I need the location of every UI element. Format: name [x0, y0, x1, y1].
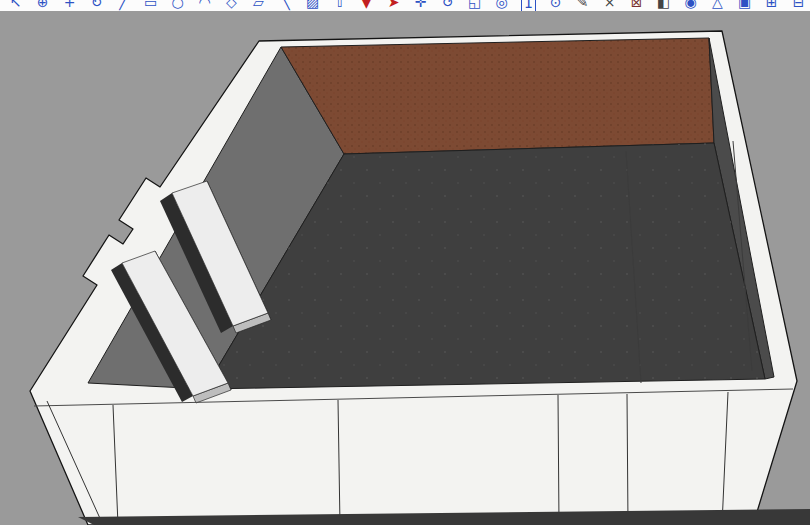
tool-glyph: ◉: [682, 0, 698, 11]
tool-glyph: ⊕: [35, 0, 51, 11]
tool-glyph: ×: [602, 0, 618, 11]
tool-glyph: ◎: [493, 0, 509, 11]
add-box-tool-icon[interactable]: ⊞: [758, 0, 785, 11]
pan-tool-icon[interactable]: +: [56, 0, 83, 11]
arc-tool-icon[interactable]: ◠: [191, 0, 218, 11]
orbit-tool-icon[interactable]: ↻: [83, 0, 110, 11]
redo-arrow-icon[interactable]: ➤: [380, 0, 407, 11]
tool-glyph: +: [62, 0, 78, 11]
grid-tool-icon[interactable]: ▣: [731, 0, 758, 11]
flag-tool-icon[interactable]: ▼: [353, 0, 380, 11]
layer-one-icon[interactable]: 1: [515, 0, 542, 11]
panel-tool-icon[interactable]: ◧: [650, 0, 677, 11]
sphere-tool-icon[interactable]: ◉: [677, 0, 704, 11]
tool-glyph: ○: [169, 0, 185, 11]
model-canvas[interactable]: [0, 11, 810, 525]
offset-tool-icon[interactable]: ◎: [488, 0, 515, 11]
wedge-tool-icon[interactable]: △: [704, 0, 731, 11]
tool-glyph: ▭: [142, 0, 159, 11]
tool-glyph: 1: [521, 0, 536, 11]
tool-glyph: ↻: [89, 0, 105, 11]
tool-glyph: ⇧: [332, 0, 348, 11]
tool-glyph: ◧: [655, 0, 672, 11]
tool-glyph: ▣: [736, 0, 753, 11]
rotate-tool-icon[interactable]: ↺: [434, 0, 461, 11]
circle-tool-icon[interactable]: ○: [164, 0, 191, 11]
tool-glyph: ⊠: [629, 0, 645, 11]
tool-glyph: ⊟: [791, 0, 807, 11]
tool-glyph: ◇: [224, 0, 239, 11]
hammer-tool-icon[interactable]: ⊠: [623, 0, 650, 11]
line-tool-icon[interactable]: ╱: [110, 0, 137, 11]
move-tool-icon[interactable]: ✛: [407, 0, 434, 11]
scale-tool-icon[interactable]: ◱: [461, 0, 488, 11]
polygon-tool-icon[interactable]: ◇: [218, 0, 245, 11]
tool-glyph: ↖: [8, 0, 24, 11]
eraser-tool-icon[interactable]: ▱: [245, 0, 272, 11]
tool-glyph: ◱: [466, 0, 483, 11]
delete-tool-icon[interactable]: ×: [596, 0, 623, 11]
tool-glyph: ➤: [386, 0, 402, 11]
viewport-3d[interactable]: [0, 11, 810, 525]
pencil-tool-icon[interactable]: ✎: [569, 0, 596, 11]
tool-glyph: ▱: [251, 0, 266, 11]
tool-glyph: ╱: [117, 0, 129, 11]
toolbar: ↖ ⊕ + ↻ ╱ ▭ ○ ◠ ◇ ▱ ╲ ▨ ⇧ ▼ ➤ ✛ ↺ ◱ ◎ 1 …: [0, 0, 810, 11]
tool-glyph: ╲: [279, 0, 291, 11]
zoom-tool-icon[interactable]: ⊕: [29, 0, 56, 11]
tool-glyph: ▼: [359, 0, 374, 11]
tool-glyph: △: [710, 0, 725, 11]
back-wall-face[interactable]: [281, 38, 714, 154]
measure-tool-icon[interactable]: ╲: [272, 0, 299, 11]
select-tool-icon[interactable]: ↖: [2, 0, 29, 11]
tool-glyph: ⊙: [548, 0, 564, 11]
pushpull-tool-icon[interactable]: ⇧: [326, 0, 353, 11]
tool-glyph: ✎: [575, 0, 591, 11]
point-tool-icon[interactable]: ⊙: [542, 0, 569, 11]
subtract-tool-icon[interactable]: ⊟: [785, 0, 810, 11]
tool-glyph: ⊞: [764, 0, 780, 11]
tool-glyph: ↺: [440, 0, 456, 11]
paint-tool-icon[interactable]: ▨: [299, 0, 326, 11]
tool-glyph: ✛: [413, 0, 429, 11]
tool-glyph: ◠: [196, 0, 212, 11]
tool-glyph: ▨: [304, 0, 321, 11]
rectangle-tool-icon[interactable]: ▭: [137, 0, 164, 11]
